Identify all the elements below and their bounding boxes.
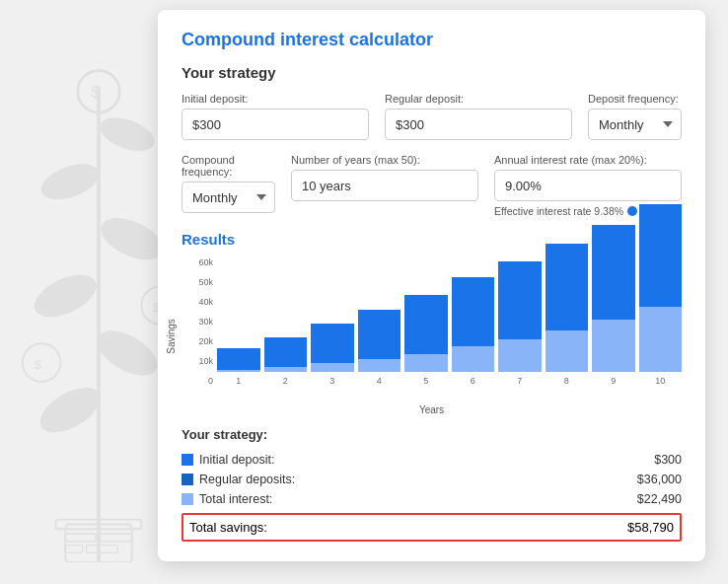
svg-point-5 (36, 157, 105, 206)
svg-rect-18 (86, 546, 117, 553)
form-row-2: Compound frequency: Monthly Weekly Yearl… (182, 154, 682, 217)
bar-deposit-segment (404, 295, 448, 354)
bar-group-year-7: 7 (498, 261, 542, 386)
svg-point-3 (28, 266, 103, 326)
svg-point-1 (33, 379, 108, 442)
initial-deposit-input[interactable] (182, 109, 369, 140)
bar-interest-segment (404, 354, 448, 372)
svg-point-9 (23, 343, 61, 382)
svg-rect-17 (65, 546, 82, 553)
y-label-50k: 50k (182, 277, 213, 287)
total-interest-legend-icon (182, 493, 193, 505)
bar-deposit-segment (498, 261, 542, 339)
bar-x-label: 9 (611, 376, 616, 386)
bar-group-year-10: 10 (639, 204, 683, 386)
svg-text:$: $ (34, 357, 41, 372)
bar-deposit-segment (311, 324, 354, 363)
chart-container: Savings 0 10k 20k 30k 40k 50k 60k 123456… (182, 257, 682, 415)
y-label-60k: 60k (182, 257, 213, 267)
years-group: Number of years (max 50): (291, 154, 478, 217)
bar-stack (264, 337, 308, 372)
y-label-10k: 10k (182, 356, 213, 366)
bar-x-label: 4 (377, 376, 382, 386)
bar-interest-segment (498, 339, 542, 372)
y-label-0: 0 (182, 376, 213, 386)
regular-deposit-label: Regular deposit: (385, 93, 572, 105)
bar-x-label: 3 (329, 376, 334, 386)
compound-frequency-group: Compound frequency: Monthly Weekly Yearl… (182, 154, 275, 217)
bar-deposit-segment (217, 348, 260, 370)
svg-text:$: $ (91, 82, 101, 102)
bar-interest-segment (217, 370, 260, 372)
form-row-1: Initial deposit: Regular deposit: Deposi… (182, 93, 682, 140)
y-label-20k: 20k (182, 336, 213, 346)
y-label-40k: 40k (182, 297, 213, 307)
chart-bars: 12345678910 (217, 257, 682, 386)
bar-deposit-segment (264, 337, 308, 367)
page-wrapper: $ $ $ Compound interest calculator Your … (0, 0, 728, 584)
x-axis-title: Years (419, 404, 444, 415)
initial-deposit-summary-label: Initial deposit: (182, 453, 274, 467)
bar-x-label: 1 (236, 376, 241, 386)
bar-interest-segment (592, 320, 635, 372)
deposit-frequency-select[interactable]: Monthly Weekly Yearly (588, 109, 682, 140)
svg-rect-16 (100, 534, 132, 542)
bar-group-year-4: 4 (358, 310, 401, 386)
regular-deposit-input[interactable] (385, 109, 572, 140)
bar-stack (592, 225, 635, 372)
initial-deposit-legend-icon (182, 454, 193, 466)
card-title: Compound interest calculator (182, 30, 682, 50)
bar-x-label: 6 (471, 376, 475, 386)
bar-group-year-6: 6 (452, 277, 495, 386)
initial-deposit-group: Initial deposit: (182, 93, 369, 140)
bar-deposit-segment (546, 244, 589, 330)
bar-interest-segment (264, 367, 308, 372)
bar-interest-segment (639, 307, 683, 372)
total-interest-summary-value: $22,490 (637, 492, 682, 506)
bar-deposit-segment (358, 310, 401, 359)
summary-row-regular: Regular deposits: $36,000 (182, 470, 682, 489)
regular-deposits-legend-icon (182, 474, 193, 485)
regular-deposits-summary-text: Regular deposits: (199, 473, 295, 486)
svg-point-6 (96, 111, 159, 158)
bar-stack (358, 310, 401, 372)
interest-rate-label: Annual interest rate (max 20%): (494, 154, 682, 166)
bar-x-label: 7 (517, 376, 522, 386)
total-interest-summary-text: Total interest: (199, 492, 272, 506)
compound-frequency-select[interactable]: Monthly Weekly Yearly (182, 182, 275, 213)
initial-deposit-summary-value: $300 (654, 453, 682, 467)
bar-interest-segment (452, 346, 495, 372)
initial-deposit-label: Initial deposit: (182, 93, 369, 105)
svg-rect-14 (56, 520, 142, 530)
summary-row-interest: Total interest: $22,490 (182, 489, 682, 509)
bar-deposit-segment (592, 225, 635, 320)
bar-group-year-2: 2 (264, 337, 308, 386)
y-label-30k: 30k (182, 317, 213, 327)
summary-title: Your strategy: (182, 427, 682, 442)
y-axis-title: Savings (166, 319, 177, 354)
initial-deposit-summary-text: Initial deposit: (199, 453, 274, 467)
bar-group-year-1: 1 (217, 348, 260, 386)
summary-section: Your strategy: Initial deposit: $300 Reg… (182, 427, 682, 542)
bar-stack (311, 324, 354, 372)
years-input[interactable] (291, 170, 478, 201)
deposit-frequency-label: Deposit frequency: (588, 93, 682, 105)
compound-frequency-label: Compound frequency: (182, 154, 275, 178)
interest-rate-input[interactable] (494, 170, 682, 201)
bar-stack (498, 261, 542, 372)
bar-x-label: 10 (655, 376, 665, 386)
regular-deposit-group: Regular deposit: (385, 93, 572, 140)
bar-x-label: 2 (283, 376, 288, 386)
bar-interest-segment (546, 330, 589, 372)
regular-deposits-summary-label: Regular deposits: (182, 473, 295, 486)
results-section: Results Savings 0 10k 20k 30k 40k 50k 60… (182, 231, 682, 415)
bar-group-year-5: 5 (404, 295, 448, 386)
calculator-card: Compound interest calculator Your strate… (158, 10, 705, 561)
summary-row-initial: Initial deposit: $300 (182, 450, 682, 470)
total-interest-summary-label: Total interest: (182, 492, 272, 506)
bar-deposit-segment (639, 204, 683, 307)
bar-group-year-3: 3 (311, 324, 354, 386)
bar-interest-segment (311, 363, 354, 372)
total-savings-row: Total savings: $58,790 (182, 513, 682, 542)
chart-y-axis: 0 10k 20k 30k 40k 50k 60k (182, 257, 213, 386)
